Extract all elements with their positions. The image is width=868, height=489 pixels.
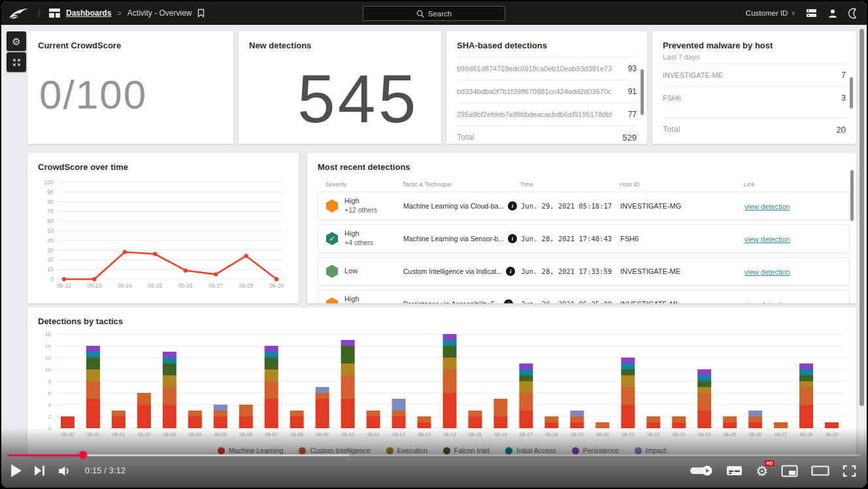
crowdscore-line-chart: 010203040506070809010006-2206-2306-2406-… <box>37 176 290 299</box>
table-row[interactable]: ✓ Low Custom Intelligence via Indicat...… <box>318 257 850 286</box>
host-scrollbar[interactable] <box>850 77 853 109</box>
bookmark-icon[interactable] <box>197 8 205 18</box>
host-list-item[interactable]: FSH6 3 <box>663 86 846 109</box>
host-count: 7 <box>841 71 846 80</box>
miniplayer-button[interactable] <box>781 465 798 477</box>
tactic-technique: Persistence via Accessibility F... <box>403 300 500 303</box>
user-profile-icon[interactable] <box>827 8 838 18</box>
table-row[interactable]: ✓ High +12 others Machine Learning via C… <box>318 192 850 220</box>
search-input[interactable]: Search <box>363 6 505 21</box>
host-id: INVESTIGATE-ME <box>620 267 744 275</box>
svg-text:06-24: 06-24 <box>118 282 132 289</box>
view-detection-link[interactable]: view detection <box>744 235 790 243</box>
apps-grid-icon[interactable] <box>49 8 60 18</box>
sha-count: 91 <box>628 87 637 96</box>
video-content: ⋮ Dashboards > Activity - Overview Searc… <box>0 0 868 489</box>
severity-others: +12 others <box>344 206 377 214</box>
svg-text:0: 0 <box>50 276 54 282</box>
svg-text:14: 14 <box>45 343 51 349</box>
sha-hash: bd334bdba0f7b1f39ff670881cc424add2d03570… <box>457 88 612 95</box>
table-scrollbar[interactable] <box>850 170 854 221</box>
detection-time: Jun. 29, 2021 05:18:17 <box>521 202 620 210</box>
table-row[interactable]: ✓ High +4 others Machine Learning via Se… <box>318 224 850 253</box>
view-detection-link[interactable]: view detection <box>744 301 790 303</box>
breadcrumb-separator: > <box>117 9 121 17</box>
tactic-technique: Machine Learning via Sensor-b... <box>403 235 504 243</box>
svg-text:90: 90 <box>48 189 54 195</box>
sha-list-item[interactable]: b99d61d874728edc0918ca0eb10eab93d381e736… <box>457 57 637 80</box>
card-title: SHA-based detections <box>446 31 647 53</box>
breadcrumb-dashboards[interactable]: Dashboards <box>66 8 111 18</box>
sha-list: b99d61d874728edc0918ca0eb10eab93d381e736… <box>446 57 647 126</box>
expand-icon <box>12 58 22 67</box>
dashboard-settings-button[interactable]: ⚙ <box>7 31 26 51</box>
sha-list-item[interactable]: bd334bdba0f7b1f39ff670881cc424add2d03570… <box>457 80 637 103</box>
view-detection-link[interactable]: view detection <box>744 203 790 211</box>
host-list-item[interactable]: INVESTIGATE-ME 7 <box>663 63 846 86</box>
svg-text:06-29: 06-29 <box>269 282 284 289</box>
column-header[interactable]: Tactic & Technique <box>403 181 520 188</box>
detection-time: Jun. 28, 2021 06:25:00 <box>521 300 620 303</box>
search-placeholder: Search <box>428 10 452 18</box>
breadcrumb-current: Activity - Overview <box>127 8 192 18</box>
info-icon[interactable]: i <box>504 299 513 303</box>
more-menu-icon[interactable]: ⋮ <box>35 10 43 16</box>
sha-list-item[interactable]: 295a9bf2efdeb7a99bbdeacacbdb6af9195178db… <box>457 103 637 126</box>
table-header: SeverityTactic & TechniqueTimeHost IDLin… <box>307 175 856 192</box>
host-list: INVESTIGATE-ME 7 FSH6 3 <box>652 63 856 109</box>
view-detection-link[interactable]: view detection <box>744 268 790 276</box>
customer-id-label: Customer ID <box>746 9 788 17</box>
svg-text:50: 50 <box>48 228 54 234</box>
host-id: FSH6 <box>620 235 744 243</box>
falcon-icon <box>9 7 29 20</box>
severity-hexagon-icon: ✓ <box>326 232 338 245</box>
svg-text:20: 20 <box>48 256 54 263</box>
theater-mode-button[interactable] <box>811 465 829 477</box>
crowdscore-value: 0/100 <box>27 53 233 118</box>
customer-id-menu[interactable]: Customer ID ∨ <box>746 9 795 17</box>
captions-button[interactable] <box>726 465 743 477</box>
card-sha-detections: SHA-based detections b99d61d874728edc091… <box>446 31 647 144</box>
column-header[interactable]: Severity <box>326 181 403 188</box>
svg-text:4: 4 <box>48 402 52 408</box>
autoplay-toggle[interactable] <box>690 465 713 476</box>
crowdstrike-falcon-logo[interactable] <box>9 7 29 20</box>
chart-title: Detections by tactics <box>27 307 856 329</box>
play-button[interactable] <box>10 464 22 477</box>
column-header[interactable]: Host ID <box>620 181 744 188</box>
next-button[interactable] <box>35 465 45 476</box>
svg-text:60: 60 <box>48 218 54 224</box>
svg-text:6: 6 <box>48 390 52 396</box>
dark-mode-moon-icon[interactable] <box>848 8 859 19</box>
seek-bar[interactable] <box>8 454 860 457</box>
info-icon[interactable]: i <box>508 201 517 211</box>
chevron-down-icon: ∨ <box>791 10 795 16</box>
table-row[interactable]: ✓ High +13 others Persistence via Access… <box>318 290 850 303</box>
column-header[interactable]: Link <box>744 181 846 188</box>
host-console-icon[interactable] <box>806 8 817 18</box>
time-display: 0:15 / 3:12 <box>85 466 125 475</box>
dashboard-expand-button[interactable] <box>7 52 26 72</box>
hd-quality-badge: HD <box>765 460 775 466</box>
page-scrollbar[interactable] <box>859 27 865 456</box>
total-label: Total <box>457 133 474 143</box>
svg-text:06-28: 06-28 <box>239 282 254 289</box>
column-header[interactable]: Time <box>520 181 620 188</box>
seek-played <box>8 454 83 457</box>
info-icon[interactable]: i <box>508 234 517 243</box>
fullscreen-button[interactable] <box>843 465 856 477</box>
host-name: INVESTIGATE-ME <box>663 71 723 79</box>
severity-label: High <box>344 197 359 205</box>
dashboard-side-tools: ⚙ <box>7 31 26 73</box>
host-name: FSH6 <box>663 94 681 102</box>
svg-text:8: 8 <box>48 379 52 384</box>
svg-text:06-27: 06-27 <box>209 282 223 289</box>
severity-label: Low <box>344 267 358 275</box>
info-icon[interactable]: i <box>506 267 515 276</box>
svg-text:100: 100 <box>44 179 54 186</box>
volume-button[interactable] <box>58 465 72 477</box>
severity-hexagon-icon: ✓ <box>326 265 338 278</box>
settings-button[interactable]: ⚙ HD <box>756 464 768 478</box>
page-scrollbar-thumb[interactable] <box>860 29 864 406</box>
sha-scrollbar[interactable] <box>641 69 644 115</box>
